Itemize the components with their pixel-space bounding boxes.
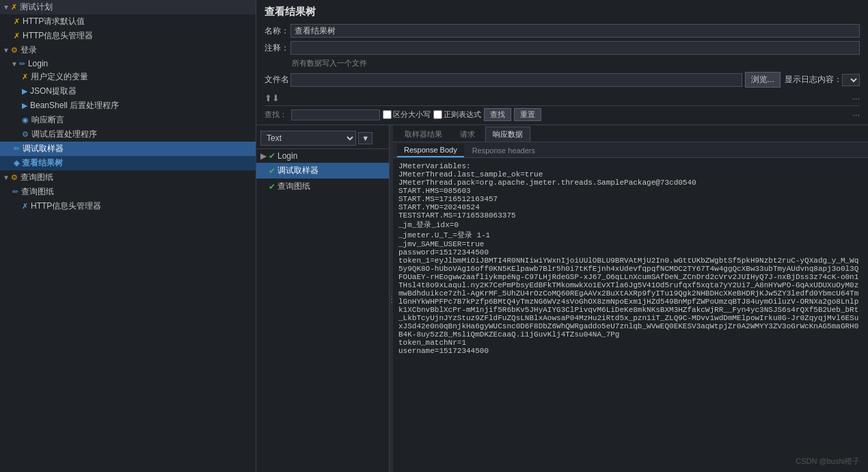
sampler-icon: ✏ [14, 144, 20, 153]
tree-item-query-schema-group[interactable]: ▼ ⚙ 查询图纸 [0, 170, 256, 185]
login-icon: ✏ [19, 60, 25, 68]
comment-label: 注释： [265, 42, 290, 54]
bean-icon: ▶ [22, 101, 27, 110]
tree-icon: ◈ [14, 159, 19, 168]
search-dots: ··· [852, 109, 860, 120]
split-item-query-schema[interactable]: ✔ 查询图纸 [256, 179, 389, 194]
tab-request[interactable]: 请求 [452, 127, 483, 142]
tree-label-http-defaults: HTTP请求默认值 [23, 16, 85, 27]
name-label: 名称： [265, 25, 290, 37]
check-icon-debug: ✔ [269, 166, 275, 176]
tree-item-http-defaults[interactable]: ✗ HTTP请求默认值 [0, 14, 256, 29]
debug-icon: ⚙ [22, 130, 29, 139]
user-icon: ✗ [22, 73, 28, 81]
tree-label-http-header: HTTP信息头管理器 [23, 30, 93, 42]
gear-icon: ⚙ [11, 46, 18, 55]
response-icon: ◉ [22, 116, 29, 124]
tab-response-data[interactable]: 响应数据 [485, 127, 530, 142]
tree-item-login-group[interactable]: ▼ ⚙ 登录 [0, 43, 256, 57]
tree-label-test-plan: 测试计划 [20, 1, 53, 13]
type-dropdown[interactable]: Text [260, 131, 356, 146]
comment-input[interactable] [290, 41, 860, 55]
toolbar-row-top: ⬆⬇ ··· [265, 91, 860, 106]
type-dropdown-row: Text ▼ [256, 128, 389, 149]
tree-label-login-group: 登录 [21, 44, 37, 56]
gear-icon-2: ⚙ [11, 173, 18, 182]
tree-item-debug-sampler[interactable]: ✏ 调试取样器 [0, 142, 256, 156]
tab-response-body[interactable]: Response Body [397, 144, 464, 157]
tab-response-headers[interactable]: Response headers [465, 144, 542, 157]
browse-button[interactable]: 浏览... [745, 72, 781, 88]
chevron-test-plan: ▼ [3, 3, 10, 11]
right-panel: 查看结果树 名称： 注释： 所有数据写入一个文件 文件名 浏览... 显示日志内… [256, 0, 868, 472]
header-icon-2: ✗ [22, 202, 28, 211]
tree-item-view-tree[interactable]: ◈ 查看结果树 [0, 156, 256, 170]
results-tabs-row: 取样器结果 请求 响应数据 [393, 125, 868, 142]
tree-label-user-vars: 用户定义的变量 [31, 71, 88, 83]
right-top-section: 查看结果树 名称： 注释： 所有数据写入一个文件 文件名 浏览... 显示日志内… [256, 0, 868, 125]
tree-label-beanshell: BeanShell 后置处理程序 [30, 100, 119, 112]
split-label-login: Login [277, 151, 297, 161]
split-area: Text ▼ ▶ ✔ Login ✔ 调试取样器 ✔ 查询图纸 [256, 125, 868, 472]
case-sensitive-label: 区分大小写 [393, 109, 431, 120]
tree-item-query-schema-tc[interactable]: ✏ 查询图纸 [0, 185, 256, 199]
case-sensitive-checkbox[interactable] [383, 110, 392, 119]
reset-button[interactable]: 重置 [514, 108, 541, 121]
wrench-icon-2: ✗ [14, 17, 20, 26]
left-tree-panel: ▼ ✗ 测试计划 ✗ HTTP请求默认值 ✗ HTTP信息头管理器 ▼ ⚙ 登录… [0, 0, 256, 472]
dropdown-expand[interactable]: ▼ [358, 132, 372, 144]
name-row: 名称： [265, 24, 860, 38]
check-icon-query: ✔ [269, 182, 275, 192]
tree-item-beanshell[interactable]: ▶ BeanShell 后置处理程序 [0, 99, 256, 113]
tree-item-user-vars[interactable]: ✗ 用户定义的变量 [0, 70, 256, 84]
response-body-content: JMeterVariables: JMeterThread.last_sampl… [393, 158, 868, 472]
tree-label-response-assert: 响应断言 [31, 114, 64, 126]
panel-title: 查看结果树 [265, 5, 860, 18]
tree-item-response-assert[interactable]: ◉ 响应断言 [0, 113, 256, 127]
file-row: 文件名 浏览... 显示日志内容： [265, 72, 860, 88]
tree-label-login-tc: Login [28, 59, 48, 68]
check-icon-login: ✔ [269, 151, 275, 161]
split-label-query: 查询图纸 [277, 181, 310, 192]
split-left-panel: Text ▼ ▶ ✔ Login ✔ 调试取样器 ✔ 查询图纸 [256, 125, 390, 472]
json-icon: ▶ [22, 87, 27, 96]
split-label-debug: 调试取样器 [277, 165, 318, 176]
response-tabs-row: Response Body Response headers [393, 142, 868, 158]
search-input[interactable] [291, 109, 380, 120]
toolbar-arrows: ⬆⬇ [265, 93, 280, 103]
tree-item-login-tc[interactable]: ▼ ✏ Login [0, 57, 256, 70]
tree-item-http-header-mgr2[interactable]: ✗ HTTP信息头管理器 [0, 199, 256, 213]
wrench-icon: ✗ [11, 3, 17, 12]
split-item-login[interactable]: ▶ ✔ Login [256, 149, 389, 163]
file-label: 文件名 [265, 74, 290, 86]
tree-label-http-header-mgr2: HTTP信息头管理器 [31, 200, 101, 212]
search-row: 查找： 区分大小写 正则表达式 查找 重置 ··· [265, 106, 860, 124]
find-button[interactable]: 查找 [484, 108, 511, 121]
log-select[interactable] [842, 74, 860, 86]
toolbar-dots-right: ··· [852, 93, 860, 103]
tree-item-json-extractor[interactable]: ▶ JSON提取器 [0, 84, 256, 99]
search-label: 查找： [265, 109, 287, 120]
tree-label-query-schema-tc: 查询图纸 [21, 186, 54, 198]
log-label: 显示日志内容： [785, 74, 842, 86]
file-note: 所有数据写入一个文件 [265, 58, 860, 68]
tree-item-test-plan[interactable]: ▼ ✗ 测试计划 [0, 0, 256, 14]
chevron-login-group: ▼ [3, 47, 10, 54]
regex-checkbox-label: 正则表达式 [433, 109, 481, 120]
comment-row: 注释： [265, 41, 860, 55]
tree-label-json-extractor: JSON提取器 [30, 86, 77, 97]
split-item-debug-sampler[interactable]: ✔ 调试取样器 [256, 163, 389, 179]
chevron-login-tc: ▼ [11, 60, 18, 68]
chevron-query-group: ▼ [3, 174, 10, 181]
wrench-icon-3: ✗ [14, 31, 20, 40]
tree-label-query-schema-group: 查询图纸 [21, 172, 53, 183]
watermark: CSDN @bushi橙子 [796, 456, 860, 467]
tab-sampler-result[interactable]: 取样器结果 [397, 127, 450, 142]
regex-checkbox[interactable] [433, 110, 442, 119]
tree-item-debug-post[interactable]: ⚙ 调试后置处理程序 [0, 127, 256, 142]
tree-label-view-tree: 查看结果树 [22, 157, 63, 169]
file-input[interactable] [290, 73, 742, 87]
tree-item-http-header[interactable]: ✗ HTTP信息头管理器 [0, 29, 256, 43]
name-input[interactable] [290, 24, 860, 38]
regex-label: 正则表达式 [444, 109, 481, 120]
